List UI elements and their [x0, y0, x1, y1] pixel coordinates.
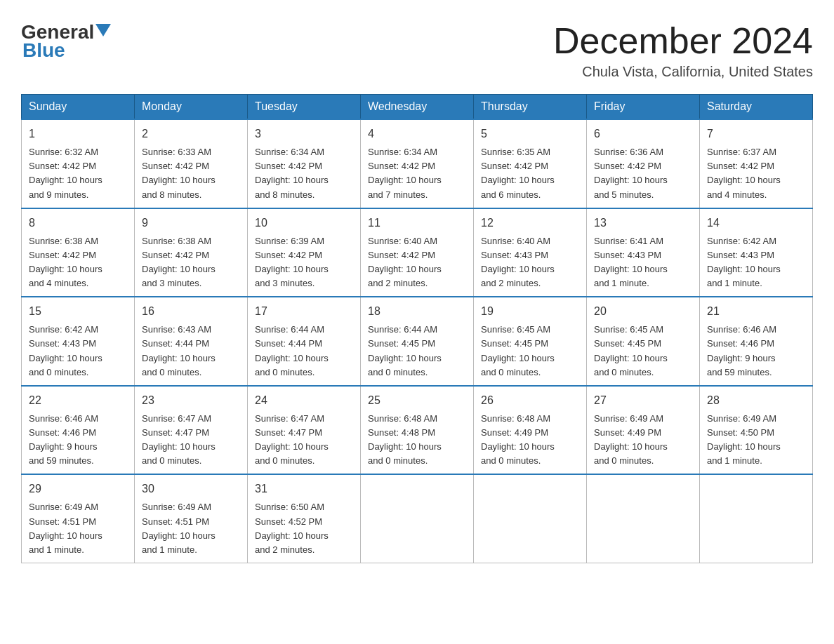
header-thursday: Thursday — [474, 95, 587, 120]
day-number: 12 — [481, 215, 579, 232]
day-info: Sunrise: 6:42 AMSunset: 4:43 PMDaylight:… — [29, 323, 127, 380]
calendar-day-cell: 7 Sunrise: 6:37 AMSunset: 4:42 PMDayligh… — [700, 119, 813, 208]
svg-marker-0 — [95, 24, 111, 36]
calendar-day-cell: 24 Sunrise: 6:47 AMSunset: 4:47 PMDaylig… — [248, 386, 361, 475]
calendar-day-cell: 30 Sunrise: 6:49 AMSunset: 4:51 PMDaylig… — [135, 474, 248, 563]
logo-triangle-icon — [95, 24, 111, 36]
day-info: Sunrise: 6:49 AMSunset: 4:50 PMDaylight:… — [707, 412, 805, 469]
day-number: 3 — [255, 126, 353, 142]
calendar-day-cell: 12 Sunrise: 6:40 AMSunset: 4:43 PMDaylig… — [474, 208, 587, 297]
day-info: Sunrise: 6:50 AMSunset: 4:52 PMDaylight:… — [255, 500, 353, 557]
calendar-day-cell: 14 Sunrise: 6:42 AMSunset: 4:43 PMDaylig… — [700, 208, 813, 297]
day-info: Sunrise: 6:44 AMSunset: 4:45 PMDaylight:… — [368, 323, 466, 380]
day-info: Sunrise: 6:37 AMSunset: 4:42 PMDaylight:… — [707, 145, 805, 202]
day-number: 22 — [29, 392, 127, 409]
day-info: Sunrise: 6:32 AMSunset: 4:42 PMDaylight:… — [29, 145, 127, 202]
day-number: 9 — [142, 215, 240, 232]
day-info: Sunrise: 6:40 AMSunset: 4:43 PMDaylight:… — [481, 234, 579, 291]
day-info: Sunrise: 6:45 AMSunset: 4:45 PMDaylight:… — [481, 323, 579, 380]
day-number: 5 — [481, 126, 579, 142]
location-text: Chula Vista, California, United States — [553, 64, 813, 80]
calendar-day-cell: 10 Sunrise: 6:39 AMSunset: 4:42 PMDaylig… — [248, 208, 361, 297]
day-info: Sunrise: 6:49 AMSunset: 4:51 PMDaylight:… — [29, 500, 127, 557]
day-info: Sunrise: 6:45 AMSunset: 4:45 PMDaylight:… — [594, 323, 692, 380]
day-number: 26 — [481, 392, 579, 409]
calendar-day-cell: 2 Sunrise: 6:33 AMSunset: 4:42 PMDayligh… — [135, 119, 248, 208]
logo: General Blue — [21, 21, 111, 62]
calendar-day-cell: 15 Sunrise: 6:42 AMSunset: 4:43 PMDaylig… — [22, 297, 135, 386]
day-number: 16 — [142, 303, 240, 320]
day-info: Sunrise: 6:33 AMSunset: 4:42 PMDaylight:… — [142, 145, 240, 202]
day-number: 11 — [368, 215, 466, 232]
day-number: 13 — [594, 215, 692, 232]
calendar-day-cell: 6 Sunrise: 6:36 AMSunset: 4:42 PMDayligh… — [587, 119, 700, 208]
calendar-week-row: 15 Sunrise: 6:42 AMSunset: 4:43 PMDaylig… — [22, 297, 813, 386]
calendar-day-cell — [587, 474, 700, 563]
calendar-day-cell: 21 Sunrise: 6:46 AMSunset: 4:46 PMDaylig… — [700, 297, 813, 386]
day-number: 1 — [29, 126, 127, 142]
calendar-day-cell: 25 Sunrise: 6:48 AMSunset: 4:48 PMDaylig… — [361, 386, 474, 475]
calendar-week-row: 8 Sunrise: 6:38 AMSunset: 4:42 PMDayligh… — [22, 208, 813, 297]
day-info: Sunrise: 6:36 AMSunset: 4:42 PMDaylight:… — [594, 145, 692, 202]
header-friday: Friday — [587, 95, 700, 120]
header-sunday: Sunday — [22, 95, 135, 120]
calendar-day-cell: 8 Sunrise: 6:38 AMSunset: 4:42 PMDayligh… — [22, 208, 135, 297]
day-number: 31 — [255, 481, 353, 497]
calendar-day-cell: 23 Sunrise: 6:47 AMSunset: 4:47 PMDaylig… — [135, 386, 248, 475]
calendar-day-cell: 11 Sunrise: 6:40 AMSunset: 4:42 PMDaylig… — [361, 208, 474, 297]
page-header: General Blue December 2024 Chula Vista, … — [21, 21, 813, 80]
calendar-day-cell — [361, 474, 474, 563]
calendar-day-cell: 27 Sunrise: 6:49 AMSunset: 4:49 PMDaylig… — [587, 386, 700, 475]
calendar-day-cell: 3 Sunrise: 6:34 AMSunset: 4:42 PMDayligh… — [248, 119, 361, 208]
day-number: 30 — [142, 481, 240, 497]
day-number: 17 — [255, 303, 353, 320]
calendar-day-cell: 16 Sunrise: 6:43 AMSunset: 4:44 PMDaylig… — [135, 297, 248, 386]
day-info: Sunrise: 6:48 AMSunset: 4:49 PMDaylight:… — [481, 412, 579, 469]
day-info: Sunrise: 6:48 AMSunset: 4:48 PMDaylight:… — [368, 412, 466, 469]
day-number: 19 — [481, 303, 579, 320]
calendar-day-cell: 9 Sunrise: 6:38 AMSunset: 4:42 PMDayligh… — [135, 208, 248, 297]
day-info: Sunrise: 6:38 AMSunset: 4:42 PMDaylight:… — [142, 234, 240, 291]
calendar-day-cell: 13 Sunrise: 6:41 AMSunset: 4:43 PMDaylig… — [587, 208, 700, 297]
day-info: Sunrise: 6:34 AMSunset: 4:42 PMDaylight:… — [368, 145, 466, 202]
day-number: 20 — [594, 303, 692, 320]
day-number: 6 — [594, 126, 692, 142]
calendar-day-cell: 31 Sunrise: 6:50 AMSunset: 4:52 PMDaylig… — [248, 474, 361, 563]
day-info: Sunrise: 6:38 AMSunset: 4:42 PMDaylight:… — [29, 234, 127, 291]
calendar-day-cell: 29 Sunrise: 6:49 AMSunset: 4:51 PMDaylig… — [22, 474, 135, 563]
day-info: Sunrise: 6:34 AMSunset: 4:42 PMDaylight:… — [255, 145, 353, 202]
day-number: 8 — [29, 215, 127, 232]
calendar-day-cell: 28 Sunrise: 6:49 AMSunset: 4:50 PMDaylig… — [700, 386, 813, 475]
day-info: Sunrise: 6:47 AMSunset: 4:47 PMDaylight:… — [142, 412, 240, 469]
calendar-day-cell: 1 Sunrise: 6:32 AMSunset: 4:42 PMDayligh… — [22, 119, 135, 208]
day-info: Sunrise: 6:43 AMSunset: 4:44 PMDaylight:… — [142, 323, 240, 380]
header-wednesday: Wednesday — [361, 95, 474, 120]
calendar-day-cell: 22 Sunrise: 6:46 AMSunset: 4:46 PMDaylig… — [22, 386, 135, 475]
calendar-day-cell: 19 Sunrise: 6:45 AMSunset: 4:45 PMDaylig… — [474, 297, 587, 386]
day-info: Sunrise: 6:49 AMSunset: 4:51 PMDaylight:… — [142, 500, 240, 557]
calendar-day-cell: 20 Sunrise: 6:45 AMSunset: 4:45 PMDaylig… — [587, 297, 700, 386]
calendar-day-cell — [474, 474, 587, 563]
day-number: 25 — [368, 392, 466, 409]
calendar-week-row: 29 Sunrise: 6:49 AMSunset: 4:51 PMDaylig… — [22, 474, 813, 563]
calendar-day-cell: 4 Sunrise: 6:34 AMSunset: 4:42 PMDayligh… — [361, 119, 474, 208]
day-number: 15 — [29, 303, 127, 320]
day-info: Sunrise: 6:39 AMSunset: 4:42 PMDaylight:… — [255, 234, 353, 291]
calendar-day-cell: 26 Sunrise: 6:48 AMSunset: 4:49 PMDaylig… — [474, 386, 587, 475]
weekday-header-row: Sunday Monday Tuesday Wednesday Thursday… — [22, 95, 813, 120]
calendar-day-cell: 17 Sunrise: 6:44 AMSunset: 4:44 PMDaylig… — [248, 297, 361, 386]
header-monday: Monday — [135, 95, 248, 120]
calendar-week-row: 22 Sunrise: 6:46 AMSunset: 4:46 PMDaylig… — [22, 386, 813, 475]
day-number: 28 — [707, 392, 805, 409]
day-number: 14 — [707, 215, 805, 232]
calendar-day-cell: 5 Sunrise: 6:35 AMSunset: 4:42 PMDayligh… — [474, 119, 587, 208]
header-tuesday: Tuesday — [248, 95, 361, 120]
day-number: 7 — [707, 126, 805, 142]
day-info: Sunrise: 6:40 AMSunset: 4:42 PMDaylight:… — [368, 234, 466, 291]
day-info: Sunrise: 6:47 AMSunset: 4:47 PMDaylight:… — [255, 412, 353, 469]
day-number: 18 — [368, 303, 466, 320]
day-number: 2 — [142, 126, 240, 142]
logo-text-blue: Blue — [22, 39, 65, 62]
calendar-table: Sunday Monday Tuesday Wednesday Thursday… — [21, 94, 813, 563]
calendar-week-row: 1 Sunrise: 6:32 AMSunset: 4:42 PMDayligh… — [22, 119, 813, 208]
